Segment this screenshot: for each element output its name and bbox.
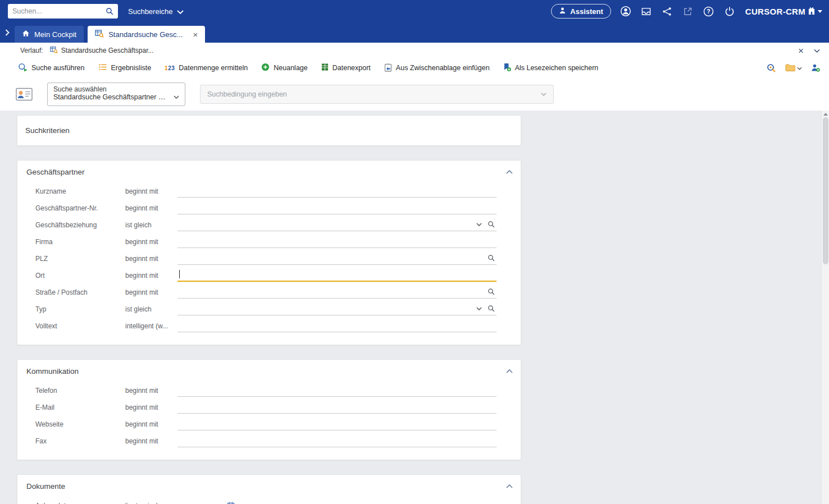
tab-label: Standardsuche Gesc... (108, 30, 183, 39)
chevron-down-icon (797, 64, 802, 72)
operator-select[interactable]: beginnt mit (125, 238, 177, 246)
criteria-input[interactable] (177, 269, 497, 282)
user-settings-icon[interactable] (811, 63, 820, 72)
search-table-icon (95, 29, 104, 39)
search-condition-input[interactable]: Suchbedingung eingeben (200, 85, 554, 104)
section-kommunikation: Kommunikation Telefonbeginnt mitE-Mailbe… (17, 359, 521, 460)
operator-select[interactable]: beginnt mit (125, 187, 177, 195)
tab-close-icon[interactable]: × (193, 30, 198, 39)
criteria-row: PLZbeginnt mit (17, 250, 521, 267)
operator-select[interactable]: beginnt mit (125, 437, 177, 445)
field-label: Anlagedatum (35, 502, 125, 504)
criteria-input[interactable] (177, 286, 497, 299)
field-label: Telefon (35, 387, 125, 395)
criteria-input[interactable] (177, 401, 497, 414)
history-label: Verlauf: (20, 47, 43, 54)
search-select-dropdown[interactable]: Suche auswählen Standardsuche Geschäftsp… (47, 83, 185, 106)
power-icon[interactable] (723, 5, 736, 17)
criteria-input[interactable] (177, 500, 222, 504)
operator-select[interactable]: beginnt mit (125, 255, 177, 263)
history-item[interactable]: Standardsuche Geschäftspar... (50, 46, 154, 55)
suchbereiche-dropdown[interactable]: Suchbereiche (128, 7, 184, 16)
tab-standardsuche[interactable]: Standardsuche Gesc... × (88, 26, 205, 43)
chevron-down-icon (541, 93, 546, 96)
tab-mein-cockpit[interactable]: Mein Cockpit (15, 26, 84, 43)
criteria-input[interactable] (177, 384, 497, 397)
operator-select[interactable]: intelligent (w... (125, 322, 177, 330)
collapse-chevron-icon[interactable] (506, 484, 513, 488)
datenexport-button[interactable]: Datenexport (321, 63, 371, 73)
criteria-input[interactable] (177, 202, 497, 214)
run-search-icon (18, 63, 28, 74)
folder-dropdown[interactable] (785, 63, 802, 73)
criteria-rows: Anlagedatumliegt zwischen (17, 497, 521, 504)
lookup-icon[interactable] (488, 288, 495, 295)
calendar-icon[interactable] (227, 502, 235, 504)
criteria-input[interactable] (177, 236, 497, 248)
close-icon[interactable]: × (798, 46, 804, 56)
criteria-input[interactable] (177, 303, 497, 315)
scrollbar-thumb[interactable] (823, 117, 828, 264)
sidebar-expand-icon[interactable] (0, 22, 15, 43)
help-icon[interactable]: ? (703, 5, 715, 17)
zwischenablage-button[interactable]: Aus Zwischenablage einfügen (384, 63, 490, 74)
lookup-icon[interactable] (488, 254, 495, 262)
ergebnisliste-button[interactable]: Ergebnisliste (98, 63, 152, 72)
operator-select[interactable]: beginnt mit (125, 288, 177, 296)
criteria-input[interactable] (177, 435, 497, 447)
operator-select[interactable]: beginnt mit (125, 404, 177, 411)
external-link-icon[interactable] (682, 5, 694, 17)
operator-select[interactable]: beginnt mit (125, 272, 177, 280)
app-window: Suchbereiche Assistent ? (0, 0, 829, 504)
operator-select[interactable]: beginnt mit (125, 420, 177, 428)
search-manage-icon[interactable] (767, 63, 776, 72)
assistant-person-icon (559, 7, 566, 16)
field-label: Webseite (35, 420, 125, 428)
chevron-down-icon[interactable] (814, 49, 820, 53)
criteria-input[interactable] (177, 185, 497, 198)
search-icon[interactable] (106, 7, 113, 15)
toolbar-right-actions (767, 63, 820, 73)
field-label: Straße / Postfach (35, 288, 125, 296)
collapse-chevron-icon[interactable] (506, 170, 513, 174)
inbox-icon[interactable] (640, 5, 653, 17)
share-icon[interactable] (661, 5, 673, 17)
count-icon-text: 23 (168, 65, 175, 71)
lesezeichen-button[interactable]: Als Lesezeichen speichern (503, 63, 599, 74)
criteria-input[interactable] (177, 253, 497, 265)
folder-icon (785, 63, 795, 73)
result-list-icon (98, 63, 107, 72)
operator-select[interactable]: liegt zwischen (125, 502, 177, 504)
neuanlage-button[interactable]: Neuanlage (261, 63, 307, 73)
criteria-input[interactable] (177, 418, 497, 430)
dropdown-caret-icon[interactable] (476, 223, 482, 226)
collapse-chevron-icon[interactable] (506, 369, 513, 373)
assistent-button[interactable]: Assistent (551, 4, 611, 19)
vertical-scrollbar[interactable] (821, 111, 829, 504)
datenmenge-button[interactable]: 123 Datenmenge ermitteln (165, 64, 248, 72)
action-toolbar: Suche ausführen Ergebnisliste 123 Datenm… (0, 58, 829, 77)
operator-select[interactable]: beginnt mit (125, 204, 177, 212)
field-label: Ort (35, 272, 125, 280)
lookup-icon[interactable] (488, 221, 495, 228)
global-search-input[interactable] (12, 7, 106, 15)
lookup-icon[interactable] (488, 305, 495, 312)
criteria-row: Typist gleich (17, 301, 521, 318)
operator-select[interactable]: ist gleich (125, 305, 177, 313)
operator-select[interactable]: ist gleich (125, 221, 177, 229)
scroll-up-icon[interactable] (822, 111, 829, 117)
topbar-actions: Assistent ? CURSOR-CRM (551, 4, 822, 19)
search-select-bar: Suche auswählen Standardsuche Geschäftsp… (0, 77, 829, 111)
operator-select[interactable]: beginnt mit (125, 387, 177, 395)
criteria-input[interactable] (177, 219, 497, 231)
svg-text:?: ? (707, 8, 710, 15)
search-table-icon (50, 46, 58, 55)
account-icon[interactable] (620, 5, 632, 17)
brand-logo[interactable]: CURSOR-CRM (745, 7, 822, 16)
suche-ausfuehren-button[interactable]: Suche ausführen (18, 63, 85, 74)
criteria-row: Volltextintelligent (w... (17, 318, 521, 335)
section-header: Dokumente (17, 475, 521, 497)
criteria-input[interactable] (177, 320, 497, 332)
global-search-box[interactable] (8, 4, 118, 19)
dropdown-caret-icon[interactable] (476, 307, 482, 310)
